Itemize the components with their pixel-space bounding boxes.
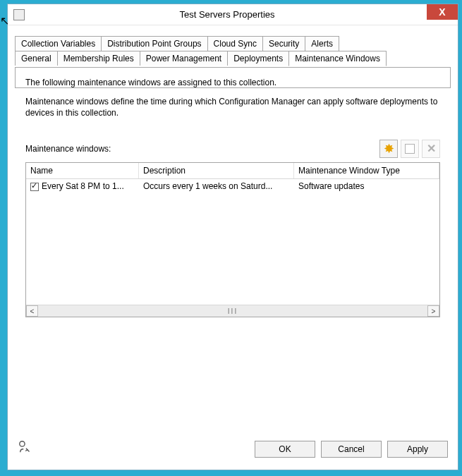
column-header-description[interactable]: Description — [139, 163, 294, 178]
dialog-button-bar: OK Cancel Apply — [15, 436, 451, 463]
tab-row-back: Collection Variables Distribution Point … — [15, 36, 451, 51]
tab-strip: Collection Variables Distribution Point … — [15, 36, 451, 66]
cell-name: Every Sat 8 PM to 1... — [26, 181, 139, 191]
intro-text-2: Maintenance windows define the time duri… — [25, 96, 440, 118]
scroll-left-button[interactable]: < — [26, 305, 38, 317]
tab-label: Distribution Point Groups — [107, 39, 201, 49]
tab-alerts[interactable]: Alerts — [305, 36, 339, 51]
svg-point-0 — [20, 441, 25, 446]
window-title: Test Servers Properties — [25, 9, 458, 20]
tab-label: Maintenance Windows — [295, 54, 380, 63]
dialog-client-area: Collection Variables Distribution Point … — [15, 36, 451, 463]
tab-label: Cloud Sync — [214, 39, 257, 49]
intro-text-1: The following maintenance windows are as… — [25, 78, 440, 87]
titlebar: Test Servers Properties X — [8, 4, 458, 25]
column-label: Description — [143, 166, 186, 176]
delete-icon: ✕ — [427, 143, 436, 154]
list-item[interactable]: Every Sat 8 PM to 1... Occurs every 1 we… — [26, 179, 439, 193]
maintenance-windows-label: Maintenance windows: — [25, 144, 111, 154]
tab-label: Security — [269, 39, 299, 49]
maintenance-windows-header: Maintenance windows: ✸ ✕ — [25, 140, 440, 158]
starburst-icon: ✸ — [384, 142, 394, 155]
tab-power-management[interactable]: Power Management — [140, 51, 228, 66]
column-header-type[interactable]: Maintenance Window Type — [294, 163, 439, 178]
system-menu-icon[interactable] — [13, 9, 25, 20]
ok-button[interactable]: OK — [255, 441, 315, 458]
list-header: Name Description Maintenance Window Type — [26, 163, 439, 179]
row-name-text: Every Sat 8 PM to 1... — [42, 181, 124, 191]
scroll-right-button[interactable]: > — [427, 305, 439, 317]
scroll-track[interactable]: III — [38, 305, 427, 317]
tab-distribution-point-groups[interactable]: Distribution Point Groups — [101, 36, 207, 51]
tab-row-front: General Membership Rules Power Managemen… — [15, 51, 451, 66]
tab-membership-rules[interactable]: Membership Rules — [57, 51, 140, 66]
button-label: Cancel — [338, 444, 364, 454]
tab-panel-maintenance-windows: The following maintenance windows are as… — [15, 67, 451, 88]
column-label: Maintenance Window Type — [298, 166, 400, 176]
cell-description: Occurs every 1 weeks on Saturd... — [139, 181, 294, 191]
maintenance-windows-toolbar: ✸ ✕ — [379, 140, 440, 158]
tab-maintenance-windows[interactable]: Maintenance Windows — [288, 51, 387, 66]
properties-icon — [405, 144, 415, 154]
button-label: OK — [279, 444, 291, 454]
tab-deployments[interactable]: Deployments — [227, 51, 289, 66]
row-checkbox[interactable] — [30, 183, 39, 191]
tab-collection-variables[interactable]: Collection Variables — [15, 36, 102, 51]
maintenance-windows-list: Name Description Maintenance Window Type… — [25, 162, 440, 317]
tab-label: Membership Rules — [63, 54, 134, 63]
button-label: Apply — [407, 444, 428, 454]
delete-button[interactable]: ✕ — [422, 140, 440, 158]
cancel-button[interactable]: Cancel — [321, 441, 382, 458]
tab-cloud-sync[interactable]: Cloud Sync — [207, 36, 263, 51]
tab-security[interactable]: Security — [262, 36, 305, 51]
row-description-text: Occurs every 1 weeks on Saturd... — [143, 181, 272, 191]
apply-button[interactable]: Apply — [387, 441, 448, 458]
properties-button[interactable] — [401, 140, 419, 158]
tab-label: Alerts — [311, 39, 333, 49]
list-body: Every Sat 8 PM to 1... Occurs every 1 we… — [26, 179, 439, 305]
horizontal-scrollbar[interactable]: < III > — [26, 305, 439, 317]
help-icon[interactable] — [18, 439, 33, 458]
row-type-text: Software updates — [298, 181, 364, 191]
cell-type: Software updates — [294, 181, 439, 191]
tab-label: General — [21, 54, 51, 63]
new-maintenance-window-button[interactable]: ✸ — [379, 140, 398, 158]
column-label: Name — [30, 166, 53, 176]
tab-label: Deployments — [233, 54, 283, 63]
close-button[interactable]: X — [427, 4, 458, 20]
tab-general[interactable]: General — [15, 51, 58, 66]
close-icon: X — [439, 6, 445, 18]
tab-label: Collection Variables — [21, 39, 95, 49]
column-header-name[interactable]: Name — [26, 163, 139, 178]
tab-label: Power Management — [146, 54, 221, 63]
properties-dialog: Test Servers Properties X Collection Var… — [7, 4, 458, 470]
